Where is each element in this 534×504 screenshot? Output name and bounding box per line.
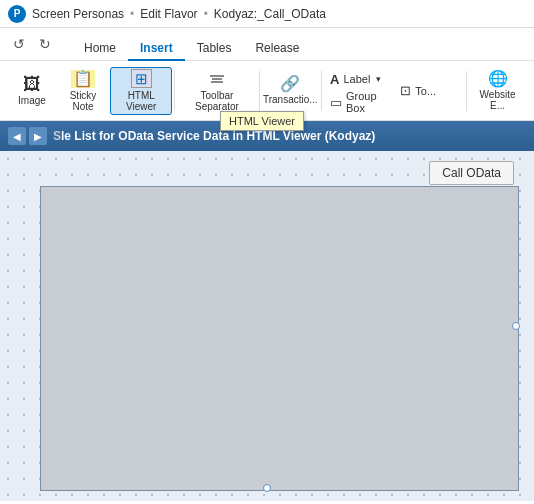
image-button[interactable]: 🖼 Image — [8, 67, 56, 115]
title-part-1: Screen Personas — [32, 7, 124, 21]
small-group-1: A Label ▾ ▭ Group Box — [324, 68, 394, 113]
sep-2 — [259, 71, 260, 111]
title-sep-2: • — [204, 7, 208, 21]
title-part-2: Edit Flavor — [140, 7, 197, 21]
to-icon: ⊡ — [400, 84, 411, 97]
tab-home[interactable]: Home — [72, 35, 128, 62]
ribbon-content: 🖼 Image 📋 Sticky Note ⊞ HTML Viewer Tool… — [0, 61, 534, 121]
tab-tables[interactable]: Tables — [185, 35, 244, 62]
transaction-label: Transactio... — [263, 94, 318, 105]
toolbar-sep-label: Toolbar Separator — [182, 90, 251, 112]
image-label: Image — [18, 95, 46, 106]
redo-button[interactable]: ↻ — [34, 33, 56, 55]
title-sep-1: • — [130, 7, 134, 21]
nav-back-icon[interactable]: ◀ — [8, 127, 26, 145]
html-viewer-icon: ⊞ — [131, 69, 152, 88]
sticky-note-button[interactable]: 📋 Sticky Note — [56, 67, 110, 115]
sep-4 — [466, 71, 467, 111]
label-btn-label: Label — [343, 73, 370, 85]
label-button[interactable]: A Label ▾ — [324, 68, 394, 90]
group-box-icon: ▭ — [330, 96, 342, 109]
html-viewer-label: HTML Viewer — [115, 90, 167, 112]
website-label: Website E... — [474, 89, 521, 111]
toolbar-sep-icon — [207, 70, 227, 88]
html-viewer-button[interactable]: ⊞ HTML Viewer — [110, 67, 172, 115]
sep-1 — [174, 71, 175, 111]
to-button[interactable]: ⊡ To... — [394, 80, 464, 102]
title-bar: P Screen Personas • Edit Flavor • Kodyaz… — [0, 0, 534, 28]
undo-redo-bar: ↺ ↻ — [0, 31, 64, 57]
to-label: To... — [415, 85, 436, 97]
nav-forward-icon[interactable]: ▶ — [29, 127, 47, 145]
label-dropdown-icon[interactable]: ▾ — [376, 74, 381, 84]
ribbon-tabs: Home Insert Tables Release — [64, 28, 534, 60]
html-viewer-box — [40, 186, 519, 491]
tab-release[interactable]: Release — [243, 35, 311, 62]
title-part-3: Kodyaz:_Call_OData — [214, 7, 326, 21]
website-button[interactable]: 🌐 Website E... — [469, 67, 526, 115]
page-nav-icons: ◀ ▶ — [8, 127, 47, 145]
sticky-note-label: Sticky Note — [61, 90, 105, 112]
transaction-button[interactable]: 🔗 Transactio... — [261, 67, 319, 115]
canvas-area[interactable]: Call OData — [0, 151, 534, 501]
website-icon: 🌐 — [488, 71, 508, 87]
app-logo: P — [8, 5, 26, 23]
label-icon: A — [330, 73, 339, 86]
resize-handle-right[interactable] — [512, 322, 520, 330]
page-title-bar: ◀ ▶ Sle List for OData Service Data in H… — [0, 121, 534, 151]
tab-insert[interactable]: Insert — [128, 35, 185, 62]
sep-3 — [321, 71, 322, 111]
group-box-button[interactable]: ▭ Group Box — [324, 91, 394, 113]
sticky-note-icon: 📋 — [71, 70, 95, 88]
page-title-text: Sle List for OData Service Data in HTML … — [53, 129, 375, 143]
undo-button[interactable]: ↺ — [8, 33, 30, 55]
resize-handle-bottom[interactable] — [263, 484, 271, 492]
image-icon: 🖼 — [23, 75, 41, 93]
transaction-icon: 🔗 — [280, 76, 300, 92]
small-group-2: ⊡ To... — [394, 80, 464, 102]
group-box-label: Group Box — [346, 90, 388, 114]
call-odata-button[interactable]: Call OData — [429, 161, 514, 185]
toolbar-separator-button[interactable]: Toolbar Separator — [177, 67, 256, 115]
